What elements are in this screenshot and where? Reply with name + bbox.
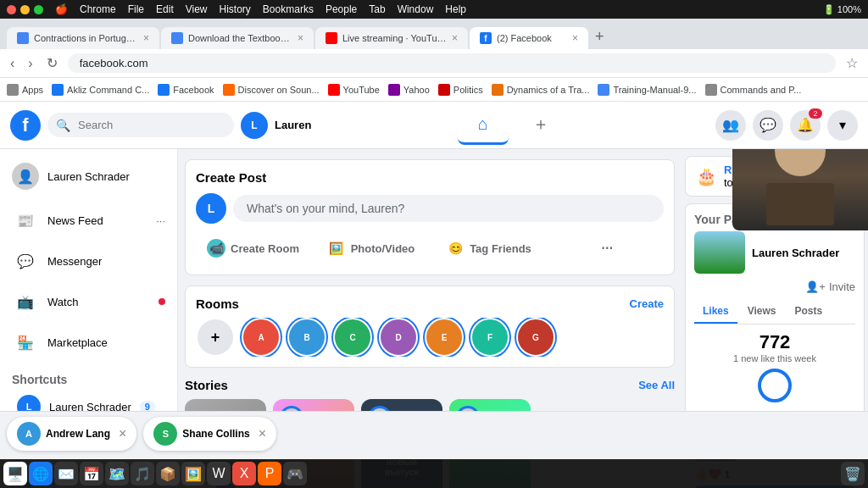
messenger-bubble-1[interactable]: A Andrew Lang × <box>7 417 136 451</box>
sidebar-item-watch[interactable]: 📺 Watch <box>3 281 174 322</box>
appstore-icon[interactable]: 📦 <box>156 462 180 485</box>
tab1-close[interactable]: × <box>143 32 149 44</box>
create-nav-btn[interactable]: ＋ <box>512 106 570 145</box>
facebook-logo[interactable]: f <box>10 110 41 141</box>
invite-btn[interactable]: 👤+ Invite <box>805 280 855 293</box>
mac-menu-edit[interactable]: Edit <box>156 3 174 15</box>
chrome-tab-4[interactable]: f (2) Facebook × <box>470 27 588 49</box>
bookmark-commands[interactable]: Commands and P... <box>705 84 802 96</box>
tab-posts[interactable]: Posts <box>787 300 832 324</box>
room-avatar-4[interactable]: D <box>379 318 418 357</box>
bookmark-dynamics[interactable]: Dynamics of a Tra... <box>492 84 590 96</box>
chrome-tab-1[interactable]: Contractions in Portuguese | F... × <box>7 27 159 49</box>
sidebar-item-messenger[interactable]: 💬 Messenger <box>3 241 174 281</box>
tab2-favicon <box>171 32 183 44</box>
page-cover-image <box>694 231 745 274</box>
newsfeed-more[interactable]: ··· <box>156 214 165 227</box>
room-avatar-6[interactable]: F <box>470 318 509 357</box>
chrome-tab-3[interactable]: Live streaming · YouTube Stu... × <box>315 27 468 49</box>
address-input[interactable] <box>68 53 836 73</box>
itunes-icon[interactable]: 🎵 <box>131 462 154 485</box>
finder-icon[interactable]: 🖥️ <box>3 462 27 485</box>
calendar-icon[interactable]: 📅 <box>80 462 103 485</box>
chrome-tab-2[interactable]: Download the Textbook | Spec... × <box>161 27 314 49</box>
messenger-icon-btn[interactable]: 💬 <box>753 110 783 141</box>
mac-menu-view[interactable]: View <box>186 3 208 15</box>
tab3-close[interactable]: × <box>452 32 458 44</box>
photos-icon[interactable]: 🖼️ <box>181 462 205 485</box>
tab4-close[interactable]: × <box>572 32 578 44</box>
more-post-options-btn[interactable]: ⋯ <box>549 232 664 264</box>
room-avatar-7[interactable]: G <box>516 318 555 357</box>
bookmark-train-icon <box>598 84 609 96</box>
reload-button[interactable]: ↻ <box>43 52 61 75</box>
bookmark-politics[interactable]: Politics <box>438 84 483 96</box>
bookmark-apps[interactable]: Apps <box>7 84 43 96</box>
bookmark-soundcloud[interactable]: Discover on Soun... <box>223 84 320 96</box>
room-avatar-2[interactable]: B <box>287 318 326 357</box>
friends-icon-btn[interactable]: 👥 <box>715 110 746 141</box>
bookmark-training[interactable]: Training-Manual-9... <box>598 84 696 96</box>
steam-icon[interactable]: 🎮 <box>283 462 307 485</box>
search-input[interactable] <box>47 113 234 137</box>
page-info: Lauren Schrader <box>694 231 855 274</box>
chrome-dock-icon[interactable]: 🌐 <box>29 462 53 485</box>
create-room-btn[interactable]: 📹 Create Room <box>196 232 310 264</box>
sidebar-item-newsfeed[interactable]: 📰 News Feed ··· <box>3 200 174 241</box>
msg-bubble1-close[interactable]: × <box>119 426 126 441</box>
rooms-create-btn[interactable]: Create <box>630 297 664 310</box>
page-name[interactable]: Lauren Schrader <box>752 247 839 259</box>
mac-menu-history[interactable]: History <box>220 3 251 15</box>
word-icon[interactable]: W <box>207 462 231 485</box>
tab2-close[interactable]: × <box>298 32 303 44</box>
maps-icon[interactable]: 🗺️ <box>105 462 129 485</box>
bookmark-apps-icon <box>7 84 19 96</box>
bookmark-fb-label: Facebook <box>173 85 214 95</box>
tag-friends-btn[interactable]: 😊 Tag Friends <box>431 232 546 264</box>
mac-menu-chrome[interactable]: 🍎 <box>55 3 68 15</box>
mail-icon[interactable]: ✉️ <box>54 462 78 485</box>
marketplace-icon: 🏪 <box>12 329 39 356</box>
mac-menu-people[interactable]: People <box>326 3 357 15</box>
home-nav-btn[interactable]: ⌂ <box>458 106 509 145</box>
fullscreen-window-btn[interactable] <box>34 5 43 14</box>
notifications-icon-btn[interactable]: 🔔 2 <box>790 110 821 141</box>
sidebar-item-marketplace[interactable]: 🏪 Marketplace <box>3 322 174 363</box>
mac-menu-file[interactable]: File <box>128 3 144 15</box>
room-avatar-3[interactable]: C <box>333 318 372 357</box>
mac-menu-window[interactable]: Window <box>398 3 434 15</box>
bookmark-yahoo[interactable]: Yahoo <box>388 84 430 96</box>
photo-video-icon: 🖼️ <box>327 239 346 258</box>
tab-likes[interactable]: Likes <box>694 300 737 324</box>
forward-button[interactable]: › <box>25 53 36 75</box>
bookmark-youtube[interactable]: YouTube <box>328 84 380 96</box>
stories-see-all[interactable]: See All <box>638 379 675 391</box>
trash-icon[interactable]: 🗑️ <box>841 462 865 485</box>
bookmark-akliz[interactable]: Akliz Command C... <box>52 84 149 96</box>
create-post-input[interactable]: What's on your mind, Lauren? <box>233 195 664 222</box>
messenger-bubble-2[interactable]: S Shane Collins × <box>143 417 276 451</box>
room-avatar-1[interactable]: A <box>242 318 281 357</box>
sidebar-user-item[interactable]: 👤 Lauren Schrader <box>3 156 174 197</box>
window-controls[interactable] <box>7 5 43 14</box>
close-window-btn[interactable] <box>7 5 16 14</box>
room-avatar-5[interactable]: E <box>425 318 464 357</box>
bookmark-button[interactable]: ☆ <box>843 52 861 75</box>
add-room-avatar[interactable]: + <box>196 318 235 357</box>
tab-views[interactable]: Views <box>739 300 785 324</box>
mac-menu-bookmarks[interactable]: Bookmarks <box>263 3 314 15</box>
new-tab-button[interactable]: + <box>590 25 609 49</box>
ppt-icon[interactable]: P <box>258 462 281 485</box>
bookmark-fb[interactable]: Facebook <box>158 84 214 96</box>
photo-video-btn[interactable]: 🖼️ Photo/Video <box>314 232 428 264</box>
create-room-icon: 📹 <box>207 239 225 258</box>
mac-menu-tab[interactable]: Tab <box>369 3 385 15</box>
mac-menu-help[interactable]: Help <box>445 3 466 15</box>
user-avatar-header[interactable]: L <box>241 112 268 139</box>
back-button[interactable]: ‹ <box>7 53 18 75</box>
minimize-window-btn[interactable] <box>20 5 30 14</box>
mac-menu-chrome-label[interactable]: Chrome <box>80 3 116 15</box>
account-menu-btn[interactable]: ▾ <box>827 110 858 141</box>
excel-icon[interactable]: X <box>232 462 256 485</box>
msg-bubble2-close[interactable]: × <box>259 426 266 441</box>
